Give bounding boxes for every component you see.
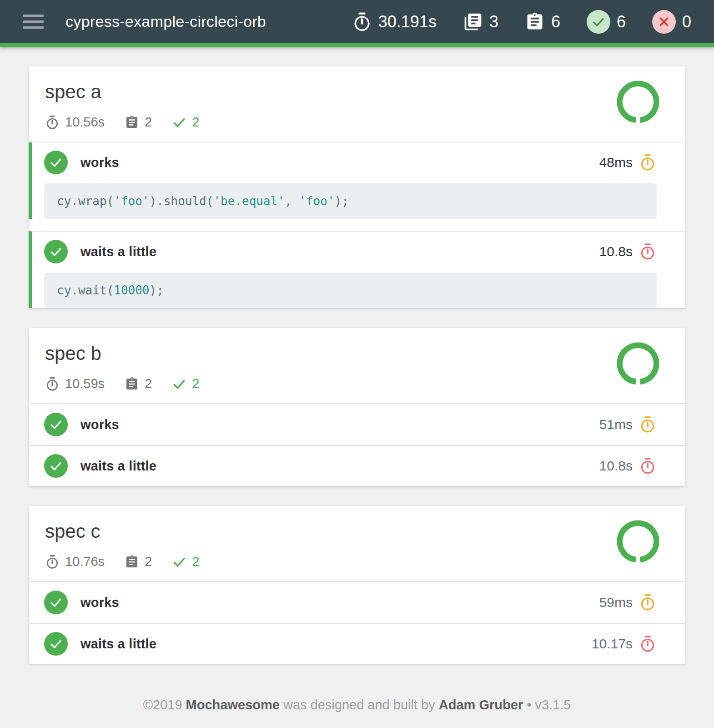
suite-card-spec-c: spec c 10.76s 2 2 <box>29 506 685 664</box>
test-code: cy.wait(10000); <box>57 283 164 297</box>
stopwatch-icon <box>639 457 656 475</box>
suite-title: spec b <box>45 343 669 364</box>
suites-count: 3 <box>463 12 498 32</box>
test-list: works 51ms waits a little 10.8s <box>29 404 685 486</box>
pass-check-icon <box>44 413 68 436</box>
report-title: cypress-example-circleci-orb <box>65 13 266 30</box>
test-row-works[interactable]: works 51ms <box>29 404 685 445</box>
test-label: waits a little <box>80 459 156 474</box>
stopwatch-icon <box>45 377 60 391</box>
test-code: cy.wrap('foo').should('be.equal', 'foo')… <box>57 194 349 208</box>
pass-donut-chart <box>616 520 660 563</box>
tests-count-value: 6 <box>551 12 560 31</box>
suite-test-count: 2 <box>125 376 152 391</box>
suite-title: spec c <box>45 521 669 542</box>
test-row-works[interactable]: works 59ms <box>29 582 685 623</box>
suite-stats: 10.76s 2 2 <box>45 554 669 569</box>
suite-card-spec-b: spec b 10.59s 2 2 <box>29 328 685 486</box>
suite-pass-count: 2 <box>172 115 199 130</box>
stopwatch-icon <box>45 555 60 569</box>
pass-check-icon <box>44 240 68 263</box>
stopwatch-icon <box>639 243 656 260</box>
footer-text: was designed and built by <box>283 698 435 712</box>
stopwatch-icon <box>639 635 656 652</box>
passes-count-value: 6 <box>617 12 626 31</box>
test-label: waits a little <box>80 244 156 259</box>
test-list: works 59ms waits a little 10.17s <box>29 582 685 664</box>
suite-stats: 10.56s 2 2 <box>45 115 669 130</box>
test-row-works[interactable]: works 48ms <box>32 142 685 182</box>
check-icon <box>172 115 186 130</box>
suite-header: spec c 10.76s 2 2 <box>29 506 685 582</box>
test-row-waits-a-little[interactable]: waits a little 10.8s <box>29 445 685 486</box>
clipboard-icon <box>125 115 139 130</box>
suite-test-count: 2 <box>125 115 152 130</box>
suite-duration: 10.59s <box>45 376 105 391</box>
passes-count: 6 <box>587 10 626 34</box>
clipboard-icon <box>525 12 545 32</box>
total-duration-value: 30.191s <box>378 12 437 31</box>
stopwatch-icon <box>352 12 372 32</box>
test-duration: 51ms <box>599 417 633 432</box>
stopwatch-icon <box>639 594 656 611</box>
suite-stats: 10.59s 2 2 <box>45 376 669 391</box>
clipboard-icon <box>125 555 139 569</box>
stopwatch-icon <box>639 154 656 171</box>
pass-check-icon <box>44 151 68 174</box>
test-section: waits a little 10.8s cy.wait(10000); <box>29 231 685 308</box>
stopwatch-icon <box>45 115 60 130</box>
menu-icon[interactable] <box>23 11 44 32</box>
suite-duration: 10.76s <box>45 554 105 569</box>
pass-donut-chart <box>616 342 660 385</box>
navbar-stats: 30.191s 3 6 6 0 <box>352 10 691 34</box>
fail-badge-icon <box>652 10 676 34</box>
footer: ©2019 Mochawesome was designed and built… <box>0 684 714 718</box>
code-block: cy.wait(10000); <box>44 273 657 308</box>
test-section: works 48ms cy.wrap('foo').should('be.equ… <box>29 142 685 219</box>
pass-check-icon <box>44 591 68 614</box>
tests-count: 6 <box>525 12 560 32</box>
test-row-waits-a-little[interactable]: waits a little 10.8s <box>32 232 685 272</box>
pass-check-icon <box>44 632 68 656</box>
pass-donut-chart <box>616 80 660 124</box>
suite-card-spec-a: spec a 10.56s 2 2 <box>29 66 685 308</box>
suite-title: spec a <box>45 81 669 103</box>
check-icon <box>172 555 186 569</box>
navbar: cypress-example-circleci-orb 30.191s 3 6… <box>0 0 714 47</box>
failures-count: 0 <box>652 10 691 34</box>
clipboard-icon <box>125 377 139 391</box>
footer-copyright: ©2019 <box>143 698 182 712</box>
suite-duration: 10.56s <box>45 115 105 130</box>
suite-pass-count: 2 <box>172 376 199 391</box>
test-duration: 59ms <box>599 595 633 610</box>
suites-icon <box>463 12 483 32</box>
footer-version: • v3.1.5 <box>527 698 571 712</box>
suite-header: spec b 10.59s 2 2 <box>29 328 685 404</box>
test-row-waits-a-little[interactable]: waits a little 10.17s <box>29 623 685 664</box>
test-label: waits a little <box>80 637 156 652</box>
failures-count-value: 0 <box>682 12 691 31</box>
check-icon <box>172 377 186 391</box>
stopwatch-icon <box>639 416 656 433</box>
test-duration: 48ms <box>599 155 633 170</box>
suite-header: spec a 10.56s 2 2 <box>29 66 685 142</box>
pass-badge-icon <box>587 10 610 34</box>
suite-test-count: 2 <box>125 554 152 569</box>
suites-count-value: 3 <box>489 12 498 31</box>
test-duration: 10.17s <box>592 636 633 652</box>
test-label: works <box>80 595 119 610</box>
code-block: cy.wrap('foo').should('be.equal', 'foo')… <box>44 183 657 219</box>
pass-check-icon <box>44 454 68 478</box>
mochawesome-link[interactable]: Mochawesome <box>186 698 280 712</box>
suite-pass-count: 2 <box>172 554 199 569</box>
test-label: works <box>80 155 119 170</box>
total-duration: 30.191s <box>352 12 437 32</box>
author-link[interactable]: Adam Gruber <box>439 698 523 712</box>
test-label: works <box>80 417 119 432</box>
report-body: spec a 10.56s 2 2 <box>0 47 714 664</box>
test-duration: 10.8s <box>599 244 633 259</box>
test-duration: 10.8s <box>599 458 633 474</box>
